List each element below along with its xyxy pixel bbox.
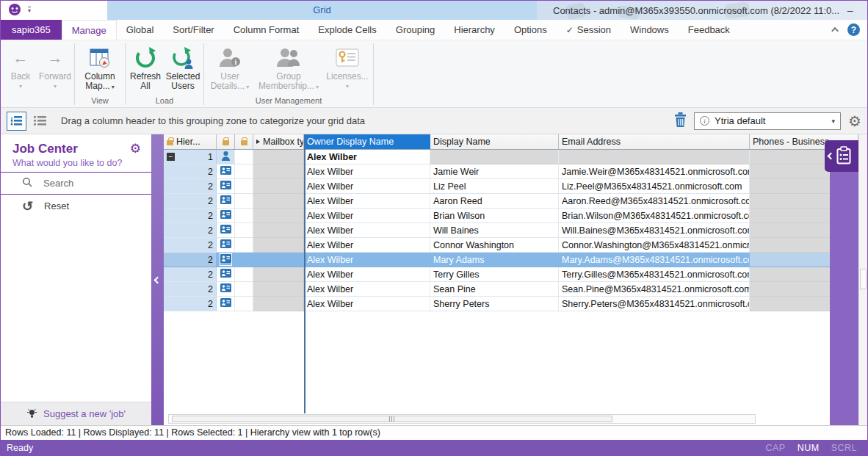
column-header-owner-display-name[interactable]: Owner Display Name bbox=[304, 134, 430, 149]
owner-display-name-cell: Alex Wilber bbox=[304, 209, 430, 223]
column-header-display-name[interactable]: Display Name bbox=[430, 134, 559, 149]
sidebar-collapse-strip[interactable] bbox=[151, 134, 164, 425]
column-header-mailbox-type[interactable]: Mailbox type bbox=[253, 134, 304, 149]
tab-sapio365[interactable]: sapio365 bbox=[1, 20, 62, 40]
table-row[interactable]: 2 Alex Wilber Terry Gilles Terry.Gilles@… bbox=[164, 267, 858, 282]
tab-global[interactable]: Global bbox=[117, 20, 164, 40]
tab-feedback[interactable]: Feedback bbox=[679, 20, 739, 40]
column-map-label2: Map... bbox=[85, 81, 109, 91]
email-address-cell: Jamie.Weir@M365x48314521.onmicrosoft.com bbox=[559, 164, 750, 179]
horizontal-scrollbar[interactable] bbox=[168, 414, 756, 424]
contact-card-icon bbox=[220, 210, 231, 221]
tab-sort-filter[interactable]: Sort/Filter bbox=[163, 20, 223, 40]
column-header-hierarchy[interactable]: Hier... bbox=[164, 134, 217, 149]
email-address-cell: Sherry.Peters@M365x48314521.onmicrosoft.… bbox=[559, 297, 750, 311]
back-button[interactable]: ← Back ▾ bbox=[4, 40, 37, 90]
group-membership-label2: Membership... bbox=[258, 81, 314, 91]
group-membership-button[interactable]: Group Membership...▾ bbox=[254, 40, 323, 92]
column-header-email-address[interactable]: Email Address bbox=[559, 134, 750, 149]
contact-card-icon bbox=[220, 195, 231, 206]
ribbon-collapse-icon[interactable] bbox=[831, 27, 839, 35]
job-center-panel: Job Center ⚙ What would you like to do? … bbox=[1, 134, 151, 425]
dropdown-caret-icon: ▾ bbox=[19, 83, 22, 90]
table-row[interactable]: 2 Alex Wilber Liz Peel Liz.Peel@M365x483… bbox=[164, 179, 858, 194]
lock-icon bbox=[223, 140, 229, 145]
search-icon bbox=[22, 177, 32, 189]
ribbon-tab-row: sapio365 Manage Global Sort/Filter Colum… bbox=[1, 20, 867, 40]
display-name-cell: Jamie Weir bbox=[430, 164, 559, 179]
titlebar-right: Contacts - admin@M365x393550.onmicrosoft… bbox=[537, 1, 867, 20]
display-name-cell: Connor Washington bbox=[430, 238, 559, 253]
table-row[interactable]: 2 Alex Wilber Sherry Peters Sherry.Peter… bbox=[164, 297, 858, 311]
grid-settings-gear-icon[interactable]: ⚙ bbox=[848, 114, 861, 129]
tab-session[interactable]: ✓ Session bbox=[557, 20, 621, 40]
email-address-cell: Brian.Wilson@M365x48314521.onmicrosoft.c… bbox=[559, 209, 750, 223]
email-address-cell: Connor.Washington@M365x48314521.onmicros… bbox=[559, 238, 750, 253]
tab-grouping[interactable]: Grouping bbox=[386, 20, 444, 40]
clipboard-panel-icon bbox=[836, 146, 851, 167]
ribbon-separator bbox=[203, 43, 204, 105]
user-details-label2: Details... bbox=[211, 81, 245, 91]
tab-column-format[interactable]: Column Format bbox=[224, 20, 309, 40]
maximize-button[interactable]: ☐ bbox=[861, 1, 867, 20]
user-details-button[interactable]: i User Details...▾ bbox=[206, 40, 254, 92]
grouping-flat-view-icon[interactable] bbox=[30, 112, 50, 131]
view-group-label: View bbox=[76, 95, 123, 107]
table-row[interactable]: 2 Alex Wilber Brian Wilson Brian.Wilson@… bbox=[164, 209, 858, 223]
suggest-job-label: Suggest a new 'job' bbox=[43, 408, 126, 419]
display-name-cell: Sean Pine bbox=[430, 282, 559, 297]
qat-dropdown-icon[interactable]: ▾ bbox=[28, 7, 31, 14]
tab-options[interactable]: Options bbox=[504, 20, 557, 40]
app-status-bar: Ready CAP NUM SCRL bbox=[1, 440, 867, 455]
contact-card-icon bbox=[220, 283, 231, 294]
help-icon[interactable]: ? bbox=[847, 23, 860, 36]
table-row[interactable]: 2 Alex Wilber Mary Adams Mary.Adams@M365… bbox=[164, 253, 858, 267]
email-address-cell: Aaron.Reed@M365x48314521.onmicrosoft.com bbox=[559, 194, 750, 209]
grouping-hierarchy-view-icon[interactable] bbox=[7, 112, 26, 131]
horizontal-scrollbar-thumb[interactable] bbox=[172, 416, 612, 422]
reset-button[interactable]: ↺ Reset bbox=[1, 195, 151, 217]
job-center-gear-icon[interactable]: ⚙ bbox=[130, 141, 141, 156]
tab-explode-cells[interactable]: Explode Cells bbox=[308, 20, 386, 40]
owner-display-name-cell: Alex Wilber bbox=[304, 150, 430, 164]
view-selector[interactable]: i Ytria default ▾ bbox=[694, 112, 841, 130]
table-row[interactable]: 2 Alex Wilber Connor Washington Connor.W… bbox=[164, 238, 858, 253]
app-logo-icon[interactable] bbox=[8, 3, 21, 18]
suggest-job-button[interactable]: Suggest a new 'job' bbox=[1, 402, 151, 425]
tab-windows[interactable]: Windows bbox=[621, 20, 679, 40]
group-header-row[interactable]: − 1 Alex Wilber bbox=[164, 150, 858, 164]
forward-button[interactable]: → Forward ▾ bbox=[37, 40, 73, 90]
column-map-button[interactable]: Column Map...▾ bbox=[76, 40, 123, 92]
side-panel-tab[interactable] bbox=[825, 140, 858, 172]
table-row[interactable]: 2 Alex Wilber Aaron Reed Aaron.Reed@M365… bbox=[164, 194, 858, 209]
session-check-icon: ✓ bbox=[566, 25, 574, 35]
dropdown-caret-icon: ▾ bbox=[316, 84, 319, 90]
grouping-zone-hint: Drag a column header to this grouping zo… bbox=[61, 115, 365, 126]
display-name-cell: Will Baines bbox=[430, 223, 559, 238]
tab-manage[interactable]: Manage bbox=[62, 20, 117, 40]
hierarchy-header-label: Hier... bbox=[176, 137, 200, 147]
tab-session-label: Session bbox=[577, 24, 611, 35]
selected-users-button[interactable]: Selected Users bbox=[164, 40, 202, 91]
sidebar-collapse-chevron-icon bbox=[154, 276, 162, 283]
user-management-group-label: User Management bbox=[206, 95, 372, 107]
vertical-scrollbar-thumb[interactable] bbox=[860, 269, 867, 289]
delete-view-icon[interactable] bbox=[674, 112, 687, 129]
job-search-input[interactable]: Search bbox=[1, 172, 151, 195]
minimize-button[interactable]: – bbox=[839, 1, 861, 20]
licenses-button[interactable]: Licenses... ▾ bbox=[323, 40, 372, 90]
collapse-minus-icon[interactable]: − bbox=[167, 153, 175, 161]
side-panel-strip bbox=[830, 140, 858, 425]
hierarchy-level: 1 bbox=[208, 152, 213, 162]
tab-hierarchy[interactable]: Hierarchy bbox=[444, 20, 504, 40]
table-row[interactable]: 2 Alex Wilber Will Baines Will.Baines@M3… bbox=[164, 223, 858, 238]
vertical-scrollbar[interactable] bbox=[858, 134, 867, 425]
owner-display-name-cell: Alex Wilber bbox=[304, 179, 430, 194]
refresh-all-button[interactable]: Refresh All bbox=[127, 40, 164, 91]
column-header-flag[interactable] bbox=[235, 134, 253, 149]
load-group-label: Load bbox=[127, 95, 202, 107]
column-header-type[interactable] bbox=[217, 134, 235, 149]
table-row[interactable]: 2 Alex Wilber Sean Pine Sean.Pine@M365x4… bbox=[164, 282, 858, 297]
table-row[interactable]: 2 Alex Wilber Jamie Weir Jamie.Weir@M365… bbox=[164, 164, 858, 179]
suggest-bulb-icon bbox=[26, 408, 37, 421]
